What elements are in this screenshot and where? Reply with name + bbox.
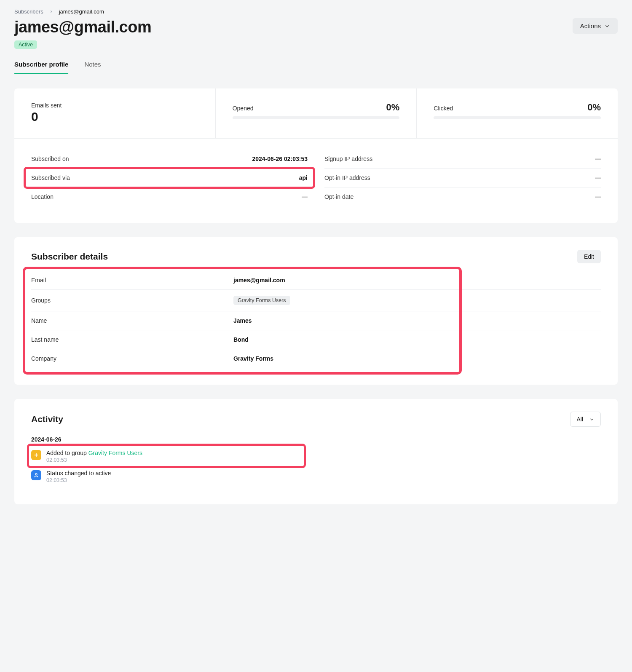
tab-subscriber-profile[interactable]: Subscriber profile xyxy=(14,61,68,74)
activity-item-time: 02:03:53 xyxy=(46,457,142,463)
detail-name: Name James xyxy=(31,311,601,330)
stat-clicked-label: Clicked xyxy=(434,105,453,112)
user-icon xyxy=(31,470,41,480)
stat-opened: Opened 0% xyxy=(216,88,417,138)
activity-card: Activity All 2024-06-26 Added to group G… xyxy=(14,399,618,504)
activity-title: Activity xyxy=(31,414,63,424)
stat-clicked: Clicked 0% xyxy=(417,88,618,138)
breadcrumb-current: james@gmail.com xyxy=(59,8,104,15)
overview-card: Emails sent 0 Opened 0% Clicked 0% xyxy=(14,88,618,223)
chevron-down-icon xyxy=(604,23,610,29)
detail-groups: Groups Gravity Forms Users xyxy=(31,290,601,311)
stat-emails-sent-label: Emails sent xyxy=(31,102,198,109)
tab-notes[interactable]: Notes xyxy=(84,61,101,74)
detail-email: Email james@gmail.com xyxy=(31,271,601,290)
chevron-down-icon xyxy=(589,417,595,422)
stat-emails-sent-value: 0 xyxy=(31,110,198,124)
stat-opened-value: 0% xyxy=(386,102,400,113)
activity-item-time: 02:03:53 xyxy=(46,477,111,483)
actions-button-label: Actions xyxy=(580,22,601,29)
detail-last-name: Last name Bond xyxy=(31,330,601,349)
activity-item-added-to-group: Added to group Gravity Forms Users 02:03… xyxy=(31,447,601,467)
activity-item-text: Status changed to active xyxy=(46,470,111,477)
info-subscribed-via: Subscribed via api xyxy=(31,169,308,187)
status-badge: Active xyxy=(14,40,37,49)
group-tag[interactable]: Gravity Forms Users xyxy=(233,296,290,305)
stat-clicked-value: 0% xyxy=(587,102,601,113)
breadcrumb: Subscribers james@gmail.com xyxy=(14,8,618,15)
info-subscribed-on: Subscribed on 2024-06-26 02:03:53 xyxy=(31,150,308,169)
stat-clicked-bar xyxy=(434,116,601,119)
stat-opened-label: Opened xyxy=(233,105,254,112)
stat-emails-sent: Emails sent 0 xyxy=(14,88,216,138)
detail-company: Company Gravity Forms xyxy=(31,349,601,368)
info-location: Location — xyxy=(31,187,308,206)
svg-point-2 xyxy=(35,474,37,475)
activity-group-link[interactable]: Gravity Forms Users xyxy=(88,450,142,456)
activity-date-heading: 2024-06-26 xyxy=(31,436,601,443)
info-signup-ip: Signup IP address — xyxy=(324,150,601,169)
stat-opened-bar xyxy=(233,116,400,119)
actions-button[interactable]: Actions xyxy=(573,18,618,34)
activity-item-status-changed: Status changed to active 02:03:53 xyxy=(31,467,601,487)
breadcrumb-root[interactable]: Subscribers xyxy=(14,8,43,15)
subscriber-details-card: Subscriber details Edit Email james@gmai… xyxy=(14,237,618,385)
info-optin-date: Opt-in date — xyxy=(324,187,601,206)
chevron-right-icon xyxy=(49,8,53,15)
subscriber-details-title: Subscriber details xyxy=(31,252,108,262)
activity-filter-button[interactable]: All xyxy=(570,412,601,427)
activity-filter-label: All xyxy=(576,416,583,423)
tabs: Subscriber profile Notes xyxy=(14,61,618,74)
page-title: james@gmail.com xyxy=(14,18,151,36)
activity-item-text: Added to group Gravity Forms Users xyxy=(46,450,142,456)
edit-button[interactable]: Edit xyxy=(577,250,601,263)
plus-icon xyxy=(31,450,41,460)
info-optin-ip: Opt-in IP address — xyxy=(324,169,601,187)
